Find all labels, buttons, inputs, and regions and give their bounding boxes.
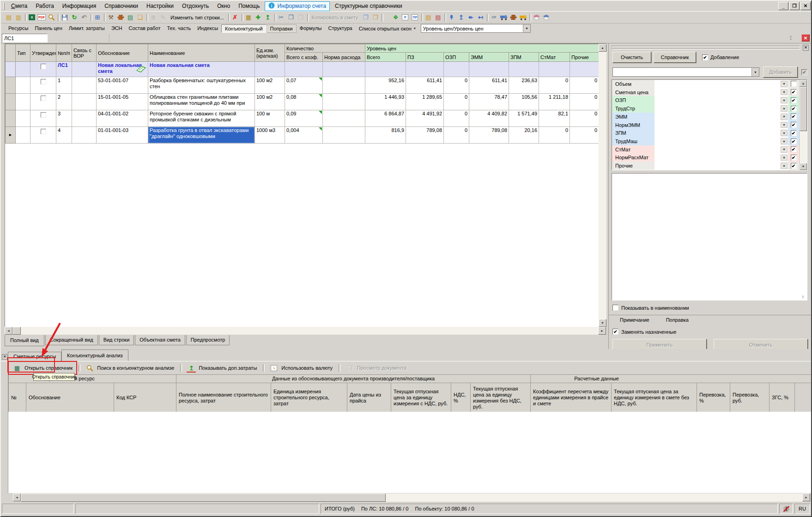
extra-costs-icon[interactable]: ↥: [187, 363, 196, 373]
approved-checkbox[interactable]: [30, 110, 56, 127]
cell-num[interactable]: 4: [56, 127, 72, 144]
param-estimate-price-combo[interactable]: [654, 88, 780, 96]
works-icon[interactable]: ⚒: [106, 13, 115, 22]
analysis-col-10[interactable]: Текущая отпускная цена за единицу измере…: [612, 383, 697, 413]
col-price-2[interactable]: ОЗП: [444, 53, 469, 62]
col-type[interactable]: Тип: [16, 44, 30, 62]
materials-stack-icon[interactable]: [509, 13, 518, 22]
cell-num[interactable]: 2: [56, 94, 72, 110]
cell-unit[interactable]: 100 м2: [255, 77, 285, 94]
col-qty-norm[interactable]: Норма расхода: [323, 53, 365, 62]
replace-assigned-checkbox[interactable]: Заменять назначенные: [612, 329, 676, 335]
cell-norm[interactable]: [323, 94, 365, 110]
transport-icon[interactable]: [499, 13, 508, 22]
analysis-col-3[interactable]: Полное наименование строительного ресурс…: [176, 383, 271, 413]
cell-price-3[interactable]: 78,47: [469, 94, 509, 110]
dropdown-arrow-icon[interactable]: [781, 146, 788, 153]
cell-num[interactable]: 1: [56, 77, 72, 94]
restore-button[interactable]: ❐: [789, 2, 800, 10]
cell-justification[interactable]: 04-01-001-02: [97, 110, 148, 127]
cell-price-3[interactable]: 4 409,82: [469, 110, 509, 127]
comment-icon[interactable]: ❏: [135, 13, 145, 22]
close-pane-button[interactable]: ✕: [801, 34, 810, 42]
move-top-icon[interactable]: ↟: [447, 13, 456, 22]
panel-tech[interactable]: Тех. часть: [164, 24, 194, 33]
panel-konyunkturny[interactable]: Конъюнктурный: [221, 24, 267, 33]
tab-konyunkturny-analiz[interactable]: Конъюнктурный анализ: [61, 349, 128, 361]
analysis-col-8[interactable]: Текущая отпускная цена за единицу измере…: [471, 383, 531, 413]
panel-esn[interactable]: ЭСН: [108, 24, 126, 33]
layers-pink-icon[interactable]: [532, 13, 541, 22]
scroll-up-icon[interactable]: [599, 44, 606, 52]
col-price-0[interactable]: Всего: [365, 53, 406, 62]
pdf-export-icon[interactable]: PDF: [37, 13, 46, 22]
insert-section-icon[interactable]: ↥: [263, 13, 273, 22]
row-marker[interactable]: [6, 94, 16, 110]
cell-price-0[interactable]: 6 864,87: [365, 110, 406, 127]
cell-name[interactable]: Разборка бревенчатых: оштукатуренных сте…: [148, 77, 255, 94]
delete-row-icon[interactable]: ✗: [230, 13, 240, 22]
grid-vertical-scrollbar[interactable]: [599, 44, 606, 327]
cell-norm[interactable]: [323, 110, 365, 127]
dropdown-arrow-icon[interactable]: [781, 130, 788, 136]
cell-vor[interactable]: [72, 62, 97, 77]
cell-unit[interactable]: 100 м: [255, 110, 285, 127]
col-just[interactable]: Обоснование: [97, 44, 148, 62]
adding-checkbox[interactable]: Добавление: [702, 54, 739, 60]
layers-blue-icon[interactable]: [541, 13, 551, 22]
param-stmat-checkbox[interactable]: [788, 145, 799, 154]
add-document-icon[interactable]: ✚: [254, 13, 263, 22]
dropdown-arrow-icon[interactable]: [781, 162, 788, 169]
param-normrashmat-combo[interactable]: [654, 154, 780, 162]
col-num[interactable]: №п/п: [56, 44, 72, 62]
scroll-right-icon[interactable]: [598, 327, 606, 335]
cell-norm[interactable]: [323, 77, 365, 94]
scroll-left-icon[interactable]: [13, 493, 21, 501]
cell-type[interactable]: [16, 127, 30, 144]
col-price-6[interactable]: Прочие: [570, 53, 599, 62]
document-view-icon[interactable]: ❒: [345, 363, 354, 373]
cell-justification[interactable]: Новая локальная смета: [97, 62, 148, 77]
edit-structure-icon[interactable]: ▤: [424, 13, 433, 22]
update-prices-icon[interactable]: ❖: [391, 13, 400, 22]
analysis-col-5[interactable]: Дата цены из прайса: [347, 383, 391, 413]
cell-type[interactable]: [16, 94, 30, 110]
param-emm-checkbox[interactable]: [788, 113, 799, 121]
menu-otdohnut[interactable]: Отдохнуть: [178, 1, 213, 11]
clear-button[interactable]: Очистить: [612, 52, 651, 63]
delete-structure-icon[interactable]: ▤: [433, 13, 442, 22]
param-normemm-checkbox[interactable]: [788, 121, 799, 129]
tab-sokraschenny-vid[interactable]: Сокращенный вид: [45, 335, 98, 345]
scroll-up-icon[interactable]: [800, 80, 807, 87]
col-qty-total[interactable]: Всего с коэф.: [285, 53, 323, 62]
search-icon[interactable]: [47, 13, 56, 22]
dropdown-arrow-icon[interactable]: [781, 81, 788, 87]
cell-justification[interactable]: 53-01-001-07: [97, 77, 148, 94]
approved-checkbox[interactable]: [30, 94, 56, 110]
cell-price-0[interactable]: 1 446,93: [365, 94, 406, 110]
cell-price-1[interactable]: 1 289,65: [406, 94, 444, 110]
param-stmat-combo[interactable]: [654, 145, 780, 154]
cell-price-3[interactable]: [469, 62, 509, 77]
panel-resources[interactable]: Ресурсы: [5, 24, 31, 33]
analysis-col-6[interactable]: Текущая отпускная цена за единицу измере…: [391, 383, 451, 413]
cell-type[interactable]: [16, 110, 30, 127]
cell-price-5[interactable]: 0: [539, 127, 570, 144]
col-price-5[interactable]: СтМат: [539, 53, 570, 62]
cell-type[interactable]: [16, 62, 30, 77]
col-price-3[interactable]: ЭММ: [469, 53, 509, 62]
cell-price-2[interactable]: [444, 62, 469, 77]
currency-icon[interactable]: ϟ: [269, 363, 279, 373]
paste-rows-icon[interactable]: ❒: [370, 13, 380, 22]
estimate-code-input[interactable]: [2, 34, 48, 42]
dropdown-arrow-icon[interactable]: [781, 97, 788, 103]
param-normemm-combo[interactable]: [654, 121, 780, 129]
scroll-down-icon[interactable]: [599, 319, 606, 327]
cell-price-5[interactable]: 1 211,18: [539, 94, 570, 110]
menu-item-structural-refs[interactable]: Структурные справочники: [331, 1, 406, 11]
panel-formuly[interactable]: Формулы: [297, 24, 325, 33]
params-scrollbar[interactable]: [799, 80, 807, 170]
dropdown-arrow-icon[interactable]: [781, 138, 788, 144]
param-volume-checkbox[interactable]: [788, 80, 799, 88]
row-type-icon[interactable]: ✎: [158, 13, 168, 22]
